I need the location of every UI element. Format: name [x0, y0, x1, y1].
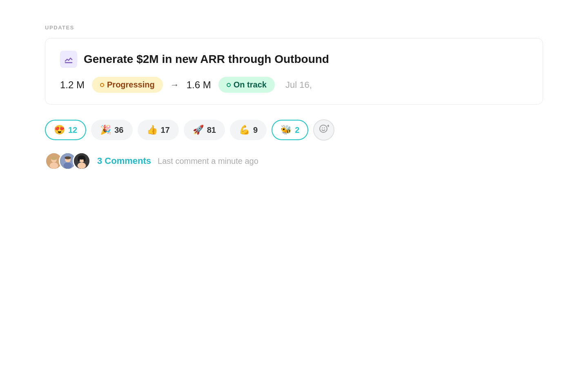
comments-time: Last comment a minute ago: [158, 157, 258, 166]
status-from-badge[interactable]: Progressing: [92, 77, 163, 93]
comments-link[interactable]: 3 Comments: [97, 156, 151, 166]
love-emoji: 😍: [54, 125, 65, 135]
reaction-pill-love[interactable]: 😍 12: [45, 120, 86, 140]
update-date: Jul 16,: [285, 80, 312, 90]
update-card: Generate $2M in new ARR through Outbound…: [45, 38, 543, 105]
section-label: UPDATES: [45, 25, 543, 31]
svg-point-12: [64, 162, 72, 169]
bee-count: 2: [295, 125, 299, 135]
update-title-row: Generate $2M in new ARR through Outbound: [60, 51, 528, 68]
reaction-pill-party[interactable]: 🎉 36: [91, 120, 132, 140]
update-meta-row: 1.2 M Progressing → 1.6 M On track Jul 1…: [60, 77, 528, 93]
status-to-label: On track: [234, 80, 267, 89]
update-title: Generate $2M in new ARR through Outbound: [84, 53, 329, 66]
svg-point-19: [83, 157, 85, 161]
comments-row: 3 Comments Last comment a minute ago: [45, 152, 543, 170]
update-icon: [60, 51, 77, 68]
thumbsup-count: 17: [161, 125, 170, 135]
ontrack-dot: [227, 83, 231, 87]
love-count: 12: [68, 125, 77, 135]
reaction-pill-rocket[interactable]: 🚀 81: [184, 120, 225, 140]
bee-emoji: 🐝: [281, 125, 292, 135]
muscle-count: 9: [253, 125, 258, 135]
svg-point-9: [51, 157, 57, 160]
progressing-dot: [100, 83, 104, 87]
party-emoji: 🎉: [100, 125, 111, 135]
status-to-badge[interactable]: On track: [218, 77, 275, 93]
add-reaction-icon: [318, 124, 329, 136]
svg-point-16: [78, 162, 86, 169]
reaction-pill-muscle[interactable]: 💪 9: [230, 120, 267, 140]
svg-point-13: [65, 157, 71, 159]
reactions-row: 😍 12 🎉 36 👍 17 🚀 81 💪 9 🐝 2: [45, 119, 543, 141]
svg-point-1: [320, 125, 327, 132]
rocket-emoji: 🚀: [193, 125, 204, 135]
chart-icon: [64, 55, 73, 64]
current-value: 1.2 M: [60, 79, 85, 91]
arrow-icon: →: [170, 80, 179, 90]
status-from-label: Progressing: [107, 80, 155, 89]
target-value: 1.6 M: [187, 79, 211, 91]
party-count: 36: [114, 125, 123, 135]
rocket-count: 81: [207, 125, 216, 135]
add-reaction-button[interactable]: [313, 119, 334, 141]
avatar-3: [73, 152, 91, 170]
thumbsup-emoji: 👍: [147, 125, 158, 135]
reaction-pill-bee[interactable]: 🐝 2: [272, 120, 308, 140]
muscle-emoji: 💪: [239, 125, 250, 135]
svg-point-8: [50, 162, 58, 169]
svg-point-18: [78, 157, 80, 161]
avatar-3-img: [74, 152, 89, 170]
reaction-pill-thumbsup[interactable]: 👍 17: [138, 120, 179, 140]
commenter-avatars: [45, 152, 91, 170]
